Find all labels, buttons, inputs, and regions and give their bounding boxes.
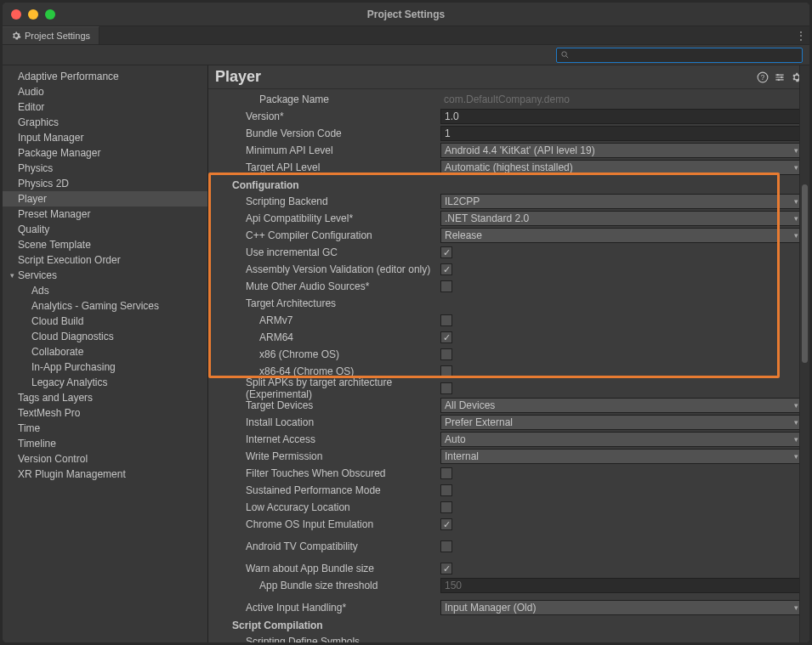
split-apk-checkbox[interactable] (440, 382, 452, 394)
sidebar-item-timeline[interactable]: Timeline (3, 436, 207, 451)
active-input-dropdown[interactable]: Input Manager (Old)▾ (440, 600, 803, 615)
svg-point-0 (562, 52, 567, 57)
mute-audio-checkbox[interactable] (440, 280, 452, 292)
scrollbar[interactable] (799, 65, 809, 642)
sidebar-item-label: Package Manager (18, 147, 100, 159)
assembly-version-checkbox[interactable] (440, 263, 452, 275)
search-input[interactable] (573, 50, 798, 60)
sidebar-item-graphics[interactable]: Graphics (3, 115, 207, 130)
sidebar-item-label: Cloud Build (31, 315, 83, 327)
sidebar-item-analytics-gaming-services[interactable]: Analytics - Gaming Services (3, 298, 207, 314)
internet-access-dropdown[interactable]: Auto▾ (440, 432, 803, 447)
close-window-button[interactable] (11, 9, 21, 20)
scripting-backend-dropdown[interactable]: IL2CPP▾ (440, 194, 803, 209)
sidebar-item-xr-plugin-management[interactable]: XR Plugin Management (3, 467, 207, 482)
sidebar-item-label: Editor (18, 101, 44, 113)
sidebar-item-time[interactable]: Time (3, 421, 207, 436)
sidebar-item-label: Legacy Analytics (31, 376, 107, 388)
scripting-backend-label: Scripting Backend (224, 195, 440, 207)
chevron-down-icon: ▾ (794, 146, 798, 155)
sidebar-item-tags-and-layers[interactable]: Tags and Layers (3, 390, 207, 405)
sidebar-item-cloud-build[interactable]: Cloud Build (3, 314, 207, 329)
sidebar-item-audio[interactable]: Audio (3, 84, 207, 99)
window-title: Project Settings (3, 8, 809, 20)
version-input[interactable] (440, 109, 803, 124)
scripting-define-label: Scripting Define Symbols (224, 636, 803, 642)
cpp-compiler-label: C++ Compiler Configuration (224, 229, 440, 241)
low-accuracy-checkbox[interactable] (440, 501, 452, 513)
help-icon[interactable]: ? (757, 71, 769, 83)
configuration-header: Configuration (224, 176, 803, 193)
install-location-label: Install Location (224, 416, 440, 428)
chevron-down-icon: ▾ (794, 197, 798, 206)
titlebar: Project Settings (3, 3, 809, 26)
bundle-version-code-label: Bundle Version Code (224, 127, 440, 139)
tab-menu-button[interactable]: ⋮ (792, 26, 809, 44)
chrome-emulation-checkbox[interactable] (440, 518, 452, 530)
chevron-down-icon: ▾ (794, 231, 798, 240)
install-location-dropdown[interactable]: Prefer External▾ (440, 415, 803, 430)
sidebar-item-input-manager[interactable]: Input Manager (3, 130, 207, 145)
sidebar-item-scene-template[interactable]: Scene Template (3, 237, 207, 252)
search-box[interactable] (556, 48, 803, 63)
sidebar-item-label: Graphics (18, 116, 59, 128)
sidebar-item-ads[interactable]: Ads (3, 283, 207, 298)
cpp-compiler-dropdown[interactable]: Release▾ (440, 228, 803, 243)
minimize-window-button[interactable] (28, 9, 38, 20)
armv7-checkbox[interactable] (440, 314, 452, 326)
arm64-checkbox[interactable] (440, 331, 452, 343)
sidebar-item-version-control[interactable]: Version Control (3, 451, 207, 467)
x86-label: x86 (Chrome OS) (224, 348, 440, 360)
sustained-perf-label: Sustained Performance Mode (224, 484, 440, 496)
sidebar-item-legacy-analytics[interactable]: Legacy Analytics (3, 375, 207, 390)
min-api-dropdown[interactable]: Android 4.4 'KitKat' (API level 19)▾ (440, 143, 803, 158)
x86-checkbox[interactable] (440, 348, 452, 360)
scroll-thumb[interactable] (802, 184, 808, 363)
package-name-value: com.DefaultCompany.demo (440, 93, 570, 105)
incremental-gc-checkbox[interactable] (440, 246, 452, 258)
sidebar-item-script-execution-order[interactable]: Script Execution Order (3, 252, 207, 268)
chevron-down-icon: ▾ (8, 269, 16, 282)
target-api-dropdown[interactable]: Automatic (highest installed)▾ (440, 160, 803, 175)
tabbar: Project Settings ⋮ (3, 26, 809, 45)
sidebar-item-editor[interactable]: Editor (3, 99, 207, 115)
sidebar-item-cloud-diagnostics[interactable]: Cloud Diagnostics (3, 329, 207, 344)
sidebar-item-label: Audio (18, 86, 44, 98)
sidebar-item-label: TextMesh Pro (18, 407, 80, 419)
sidebar-item-player[interactable]: Player (3, 191, 207, 207)
search-bar (3, 45, 809, 65)
package-name-label: Package Name (224, 93, 440, 105)
api-compat-dropdown[interactable]: .NET Standard 2.0▾ (440, 211, 803, 226)
sidebar-item-services[interactable]: ▾Services (3, 268, 207, 283)
sidebar-item-preset-manager[interactable]: Preset Manager (3, 207, 207, 222)
sidebar-item-label: Timeline (18, 438, 56, 450)
sidebar-item-physics[interactable]: Physics (3, 161, 207, 176)
filter-touches-checkbox[interactable] (440, 467, 452, 479)
sidebar-item-textmesh-pro[interactable]: TextMesh Pro (3, 405, 207, 421)
sidebar-item-collaborate[interactable]: Collaborate (3, 344, 207, 359)
warn-bundle-checkbox[interactable] (440, 563, 452, 574)
sidebar-item-label: Services (18, 269, 57, 282)
sidebar-item-label: Version Control (18, 453, 88, 465)
sidebar-item-in-app-purchasing[interactable]: In-App Purchasing (3, 359, 207, 375)
sidebar-item-package-manager[interactable]: Package Manager (3, 145, 207, 161)
bundle-threshold-input[interactable] (440, 578, 803, 593)
project-settings-tab[interactable]: Project Settings (3, 26, 99, 44)
chrome-emulation-label: Chrome OS Input Emulation (224, 518, 440, 530)
write-permission-dropdown[interactable]: Internal▾ (440, 449, 803, 464)
android-tv-checkbox[interactable] (440, 540, 452, 552)
x86-64-checkbox[interactable] (440, 365, 452, 377)
target-devices-dropdown[interactable]: All Devices▾ (440, 398, 803, 413)
svg-point-6 (778, 78, 780, 80)
maximize-window-button[interactable] (45, 9, 55, 20)
sidebar-item-physics-2d[interactable]: Physics 2D (3, 176, 207, 191)
preset-icon[interactable] (774, 71, 786, 83)
sidebar: Adaptive PerformanceAudioEditorGraphicsI… (3, 65, 208, 642)
header-icons: ? (757, 71, 803, 83)
sidebar-item-adaptive-performance[interactable]: Adaptive Performance (3, 69, 207, 84)
bundle-version-code-input[interactable] (440, 126, 803, 141)
sidebar-item-quality[interactable]: Quality (3, 222, 207, 237)
sustained-perf-checkbox[interactable] (440, 484, 452, 496)
project-settings-window: Project Settings Project Settings ⋮ Adap… (2, 2, 810, 643)
sidebar-item-label: Physics 2D (18, 178, 69, 190)
